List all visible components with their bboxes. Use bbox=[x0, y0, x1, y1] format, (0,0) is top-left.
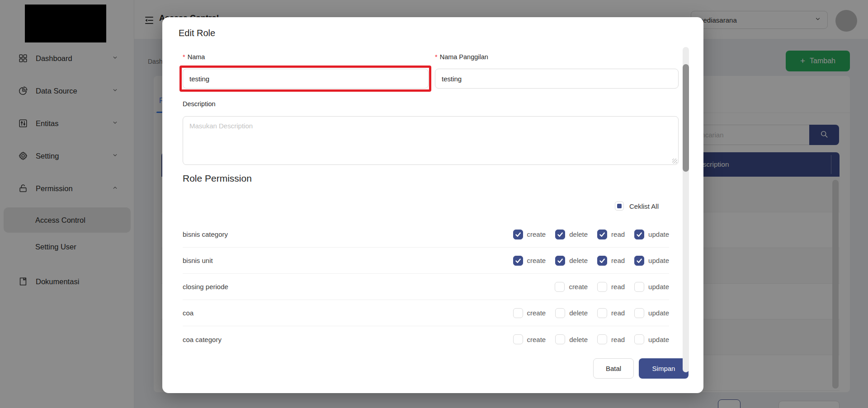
checkbox-label: update bbox=[648, 309, 669, 317]
permission-actions: createdeletereadupdate bbox=[513, 308, 670, 318]
checkbox-label: create bbox=[527, 230, 546, 238]
description-label: Description bbox=[183, 100, 216, 108]
permission-list: bisnis categorycreatedeletereadupdatebis… bbox=[183, 221, 669, 352]
cancel-button[interactable]: Batal bbox=[593, 358, 634, 379]
checkbox-label: create bbox=[527, 336, 546, 343]
checkbox-checked-icon[interactable] bbox=[634, 230, 644, 239]
permission-checkbox-update[interactable]: update bbox=[634, 308, 669, 318]
role-permission-heading: Role Permission bbox=[183, 173, 252, 184]
nama-panggilan-input[interactable] bbox=[435, 69, 679, 89]
checkbox-unchecked[interactable] bbox=[634, 334, 644, 344]
permission-actions: createreadupdate bbox=[555, 282, 669, 292]
check-all-checkbox[interactable] bbox=[615, 202, 624, 211]
checkbox-label: create bbox=[527, 257, 546, 264]
required-mark: * bbox=[435, 53, 438, 61]
permission-row: bisnis categorycreatedeletereadupdate bbox=[183, 221, 669, 248]
checkbox-unchecked[interactable] bbox=[597, 282, 607, 292]
modal-title: Edit Role bbox=[179, 28, 215, 38]
permission-checkbox-read[interactable]: read bbox=[597, 308, 625, 318]
permission-checkbox-read[interactable]: read bbox=[597, 256, 625, 266]
permission-actions: createdeletereadupdate bbox=[513, 256, 670, 266]
edit-role-modal: Edit Role *Nama *Nama Panggilan Descript… bbox=[162, 17, 703, 393]
checkbox-checked-icon[interactable] bbox=[555, 230, 565, 239]
permission-checkbox-create[interactable]: create bbox=[513, 308, 546, 318]
checkbox-unchecked[interactable] bbox=[555, 334, 565, 344]
checkbox-unchecked[interactable] bbox=[597, 334, 607, 344]
checkbox-label: read bbox=[611, 257, 625, 264]
checkbox-label: create bbox=[569, 283, 588, 291]
permission-name: bisnis category bbox=[183, 230, 228, 238]
modal-footer: Batal Simpan bbox=[593, 358, 689, 379]
checkbox-label: create bbox=[527, 309, 546, 317]
permission-row: coacreatedeletereadupdate bbox=[183, 300, 669, 326]
permission-checkbox-read[interactable]: read bbox=[597, 282, 625, 292]
required-mark: * bbox=[183, 53, 185, 61]
nama-label: *Nama bbox=[183, 53, 205, 61]
permission-name: coa category bbox=[183, 336, 222, 343]
checkbox-checked-icon[interactable] bbox=[634, 256, 644, 266]
checkbox-label: read bbox=[611, 283, 625, 291]
nama-panggilan-label: *Nama Panggilan bbox=[435, 53, 488, 61]
checkbox-label: update bbox=[648, 230, 669, 238]
check-all[interactable]: Ceklist All bbox=[615, 202, 659, 211]
permission-checkbox-delete[interactable]: delete bbox=[555, 256, 588, 266]
permission-checkbox-delete[interactable]: delete bbox=[555, 230, 588, 239]
checkbox-label: update bbox=[648, 336, 669, 343]
checkbox-unchecked[interactable] bbox=[555, 282, 565, 292]
modal-scrollbar-thumb[interactable] bbox=[683, 64, 689, 172]
checkbox-label: read bbox=[611, 336, 625, 343]
modal-scrollbar-track[interactable] bbox=[683, 47, 689, 372]
permission-checkbox-update[interactable]: update bbox=[634, 334, 669, 344]
permission-name: bisnis unit bbox=[183, 257, 213, 264]
checkbox-label: read bbox=[611, 230, 625, 238]
description-textarea[interactable] bbox=[183, 116, 679, 165]
checkbox-checked-icon[interactable] bbox=[597, 256, 607, 266]
save-button[interactable]: Simpan bbox=[639, 358, 689, 379]
permission-checkbox-update[interactable]: update bbox=[634, 230, 669, 239]
permission-checkbox-update[interactable]: update bbox=[634, 256, 669, 266]
checkbox-checked-icon[interactable] bbox=[513, 256, 523, 266]
permission-name: closing periode bbox=[183, 283, 228, 291]
nama-input[interactable] bbox=[183, 69, 429, 89]
permission-checkbox-create[interactable]: create bbox=[513, 230, 546, 239]
permission-checkbox-read[interactable]: read bbox=[597, 334, 625, 344]
checkbox-unchecked[interactable] bbox=[597, 308, 607, 318]
checkbox-label: delete bbox=[569, 336, 588, 343]
checkbox-checked-icon[interactable] bbox=[555, 256, 565, 266]
checkbox-label: update bbox=[648, 257, 669, 264]
permission-checkbox-create[interactable]: create bbox=[513, 334, 546, 344]
check-all-label: Ceklist All bbox=[629, 202, 659, 210]
checkbox-label: delete bbox=[569, 230, 588, 238]
permission-row: closing periodecreatereadupdate bbox=[183, 274, 669, 300]
permission-checkbox-delete[interactable]: delete bbox=[555, 334, 588, 344]
permission-checkbox-update[interactable]: update bbox=[634, 282, 669, 292]
permission-actions: createdeletereadupdate bbox=[513, 334, 670, 344]
permission-name: coa bbox=[183, 309, 193, 317]
checkbox-label: read bbox=[611, 309, 625, 317]
permission-checkbox-read[interactable]: read bbox=[597, 230, 625, 239]
resize-handle-icon[interactable] bbox=[672, 159, 677, 164]
checkbox-unchecked[interactable] bbox=[513, 308, 523, 318]
checkbox-label: delete bbox=[569, 257, 588, 264]
checkbox-label: delete bbox=[569, 309, 588, 317]
checkbox-checked-icon[interactable] bbox=[513, 230, 523, 239]
checkbox-unchecked[interactable] bbox=[555, 308, 565, 318]
checkbox-checked-icon[interactable] bbox=[597, 230, 607, 239]
permission-row: bisnis unitcreatedeletereadupdate bbox=[183, 248, 669, 274]
permission-checkbox-delete[interactable]: delete bbox=[555, 308, 588, 318]
checkbox-unchecked[interactable] bbox=[513, 334, 523, 344]
checkbox-label: update bbox=[648, 283, 669, 291]
permission-actions: createdeletereadupdate bbox=[513, 230, 670, 239]
permission-checkbox-create[interactable]: create bbox=[513, 256, 546, 266]
checkbox-unchecked[interactable] bbox=[634, 282, 644, 292]
permission-row: coa categorycreatedeletereadupdate bbox=[183, 326, 669, 352]
permission-checkbox-create[interactable]: create bbox=[555, 282, 588, 292]
checkbox-unchecked[interactable] bbox=[634, 308, 644, 318]
